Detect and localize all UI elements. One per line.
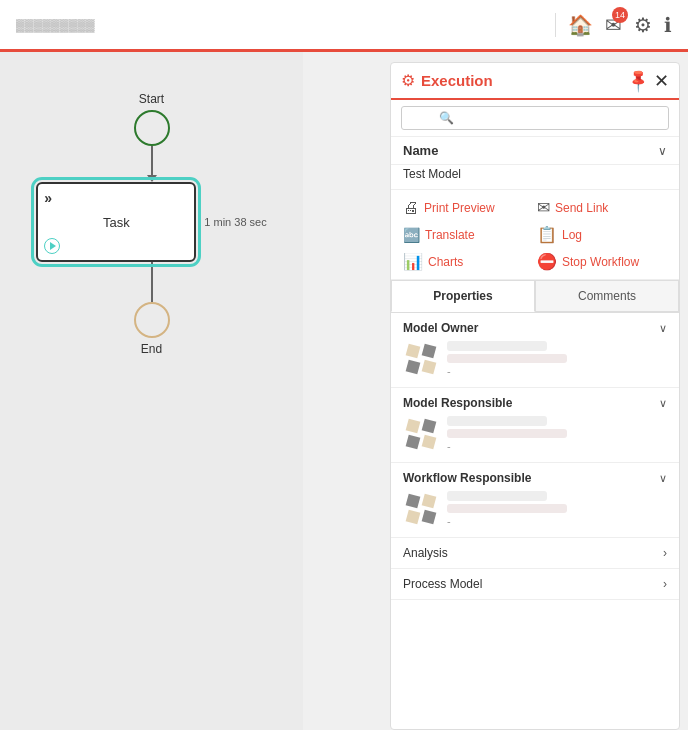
charts-action[interactable]: 📊 Charts xyxy=(403,252,533,271)
analysis-chevron: › xyxy=(663,546,667,560)
tab-comments[interactable]: Comments xyxy=(535,280,679,312)
send-link-action[interactable]: ✉ Send Link xyxy=(537,198,667,217)
panel-title: Execution xyxy=(421,72,622,89)
panel-gear-icon: ⚙ xyxy=(401,71,415,90)
svg-rect-9 xyxy=(422,494,437,509)
start-label: Start xyxy=(139,92,164,106)
connector-2 xyxy=(151,262,153,302)
svg-rect-11 xyxy=(422,510,437,525)
owner-info: - xyxy=(447,341,667,377)
process-model-chevron: › xyxy=(663,577,667,591)
svg-rect-8 xyxy=(406,494,421,509)
wf-responsible-name xyxy=(447,491,547,501)
charts-label: Charts xyxy=(428,255,463,269)
model-owner-section: Model Owner ∨ - xyxy=(391,313,679,388)
model-responsible-title: Model Responsible xyxy=(403,396,512,410)
model-owner-user: - xyxy=(403,341,667,377)
name-row[interactable]: Name ∨ xyxy=(391,137,679,165)
analysis-row[interactable]: Analysis › xyxy=(391,538,679,569)
stop-icon: ⛔ xyxy=(537,252,557,271)
wf-responsible-info: - xyxy=(447,491,667,527)
process-model-label: Process Model xyxy=(403,577,482,591)
execution-panel: ⚙ Execution 📌 ✕ 🔍 Name ∨ Test Model 🖨 Pr… xyxy=(390,62,680,730)
wf-responsible-dash: - xyxy=(447,515,667,527)
info-icon[interactable]: ℹ xyxy=(664,13,672,37)
play-icon xyxy=(50,242,56,250)
workflow-canvas: Start » Task 1 min 38 sec End xyxy=(0,52,303,730)
connector-1 xyxy=(151,146,153,176)
pin-icon[interactable]: 📌 xyxy=(624,67,652,95)
send-link-label: Send Link xyxy=(555,201,608,215)
end-node[interactable] xyxy=(134,302,170,338)
wf-responsible-email xyxy=(447,504,567,513)
model-owner-chevron: ∨ xyxy=(659,322,667,335)
wf-responsible-avatar xyxy=(403,491,439,527)
workflow-responsible-section: Workflow Responsible ∨ xyxy=(391,463,679,538)
svg-rect-1 xyxy=(422,344,437,359)
model-responsible-header[interactable]: Model Responsible ∨ xyxy=(403,396,667,410)
model-responsible-section: Model Responsible ∨ xyxy=(391,388,679,463)
log-label: Log xyxy=(562,228,582,242)
log-action[interactable]: 📋 Log xyxy=(537,225,667,244)
print-icon: 🖨 xyxy=(403,199,419,217)
end-label: End xyxy=(141,342,162,356)
print-preview-label: Print Preview xyxy=(424,201,495,215)
responsible-info: - xyxy=(447,416,667,452)
responsible-avatar xyxy=(403,416,439,452)
owner-avatar xyxy=(403,341,439,377)
home-icon[interactable]: 🏠 xyxy=(568,13,593,37)
name-value: Test Model xyxy=(391,165,679,190)
stop-workflow-label: Stop Workflow xyxy=(562,255,639,269)
responsible-email xyxy=(447,429,567,438)
svg-rect-7 xyxy=(422,435,437,450)
tab-properties[interactable]: Properties xyxy=(391,280,535,312)
task-chevron-icon: » xyxy=(44,190,52,206)
svg-rect-4 xyxy=(406,419,421,434)
mail-icon[interactable]: ✉ 14 xyxy=(605,13,622,37)
model-owner-title: Model Owner xyxy=(403,321,478,335)
properties-content: Model Owner ∨ - xyxy=(391,313,679,729)
owner-name xyxy=(447,341,547,351)
responsible-dash: - xyxy=(447,440,667,452)
owner-dash: - xyxy=(447,365,667,377)
brand-text: ▓▓▓▓▓▓▓▓▓ xyxy=(16,18,95,32)
task-wrapper: » Task 1 min 38 sec xyxy=(36,182,266,262)
svg-rect-6 xyxy=(406,435,421,450)
process-model-row[interactable]: Process Model › xyxy=(391,569,679,600)
translate-label: Translate xyxy=(425,228,475,242)
search-icon: 🔍 xyxy=(439,111,454,125)
model-responsible-chevron: ∨ xyxy=(659,397,667,410)
charts-icon: 📊 xyxy=(403,252,423,271)
task-label: Task xyxy=(38,184,194,260)
close-icon[interactable]: ✕ xyxy=(654,72,669,90)
wf-responsible-user: - xyxy=(403,491,667,527)
task-node[interactable]: » Task xyxy=(36,182,196,262)
model-owner-header[interactable]: Model Owner ∨ xyxy=(403,321,667,335)
nav-divider xyxy=(555,13,556,37)
analysis-label: Analysis xyxy=(403,546,448,560)
print-preview-action[interactable]: 🖨 Print Preview xyxy=(403,198,533,217)
translate-icon: 🔤 xyxy=(403,227,420,243)
responsible-name xyxy=(447,416,547,426)
svg-rect-2 xyxy=(406,360,421,375)
name-label: Name xyxy=(403,143,438,158)
workflow-responsible-chevron: ∨ xyxy=(659,472,667,485)
svg-rect-0 xyxy=(406,344,421,359)
svg-rect-10 xyxy=(406,510,421,525)
svg-rect-5 xyxy=(422,419,437,434)
panel-actions: 🖨 Print Preview ✉ Send Link 🔤 Translate … xyxy=(391,190,679,280)
stop-workflow-action[interactable]: ⛔ Stop Workflow xyxy=(537,252,667,271)
responsible-user: - xyxy=(403,416,667,452)
panel-search-container: 🔍 xyxy=(391,100,679,137)
name-chevron-icon: ∨ xyxy=(658,144,667,158)
main-area: Start » Task 1 min 38 sec End ⚙ Executio… xyxy=(0,52,688,730)
translate-action[interactable]: 🔤 Translate xyxy=(403,225,533,244)
gear-icon[interactable]: ⚙ xyxy=(634,13,652,37)
owner-email xyxy=(447,354,567,363)
send-icon: ✉ xyxy=(537,198,550,217)
svg-rect-3 xyxy=(422,360,437,375)
top-nav: ▓▓▓▓▓▓▓▓▓ 🏠 ✉ 14 ⚙ ℹ xyxy=(0,0,688,52)
workflow-responsible-header[interactable]: Workflow Responsible ∨ xyxy=(403,471,667,485)
panel-tabs: Properties Comments xyxy=(391,280,679,313)
start-node[interactable] xyxy=(134,110,170,146)
